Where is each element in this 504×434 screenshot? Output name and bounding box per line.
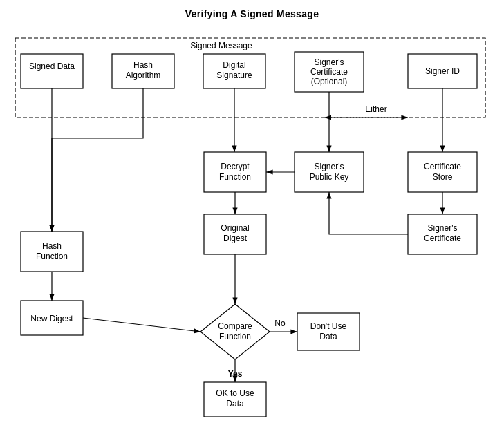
signed-data-label: Signed Data [29, 62, 75, 71]
new-digest-to-compare-arrow [83, 318, 200, 332]
digital-signature-label-2: Signature [216, 70, 252, 80]
digital-signature-label-1: Digital [223, 60, 245, 70]
signer-id-label: Signer ID [425, 66, 460, 76]
decrypt-function-label-2: Function [219, 172, 251, 182]
diagram-container: Verifying A Signed Message Signed Messag… [0, 0, 504, 434]
signers-cert-label-2: Certificate [424, 234, 461, 243]
signers-cert-to-pubkey-arrow [329, 192, 408, 234]
original-digest-label-2: Digest [223, 234, 248, 243]
dont-use-label-1: Don't Use [310, 321, 347, 331]
signed-message-label: Signed Message [190, 41, 252, 50]
ok-to-use-label-1: OK to Use [216, 388, 254, 398]
hash-algorithm-label-2: Algorithm [126, 70, 161, 80]
hash-algorithm-label-1: Hash [133, 60, 153, 70]
compare-function-label-2: Function [219, 332, 251, 341]
either-label: Either [365, 104, 386, 114]
signers-cert-opt-label-1: Signer's [315, 57, 344, 67]
original-digest-label-1: Original [221, 223, 249, 233]
svg-rect-3 [21, 54, 83, 88]
certificate-store-label-1: Certificate [424, 162, 461, 171]
signers-public-key-label-2: Public Key [310, 172, 349, 182]
yes-label: Yes [228, 369, 243, 379]
signers-cert-label-1: Signer's [428, 223, 458, 233]
compare-function-label-1: Compare [218, 321, 252, 331]
signers-cert-opt-label-3: (Optional) [311, 77, 348, 86]
hash-function-label-2: Function [36, 252, 68, 261]
hash-function-label-1: Hash [42, 241, 62, 251]
signers-public-key-label-1: Signer's [315, 162, 344, 171]
decrypt-function-label-1: Decrypt [221, 162, 250, 171]
hash-alg-to-hash-fn-arrow [52, 88, 143, 232]
no-label: No [274, 319, 286, 328]
new-digest-label: New Digest [30, 314, 73, 323]
signers-cert-opt-label-2: Certificate [310, 67, 348, 77]
dont-use-label-2: Data [319, 332, 337, 341]
certificate-store-label-2: Store [433, 172, 453, 182]
ok-to-use-label-2: Data [226, 399, 244, 408]
